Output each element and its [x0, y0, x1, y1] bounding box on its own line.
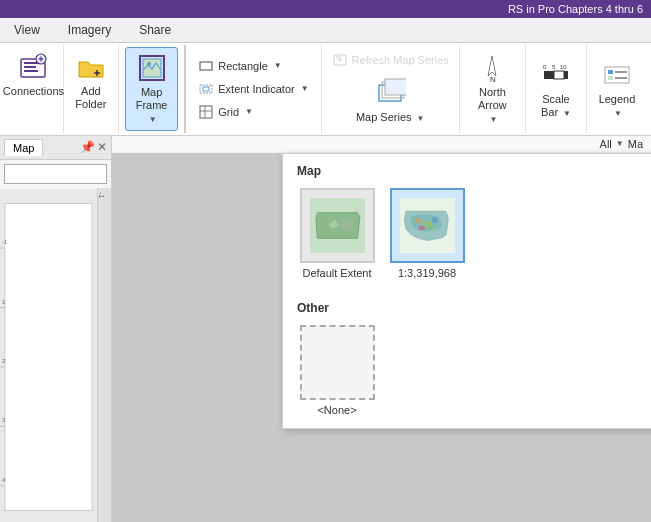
- sidebar-close-icon[interactable]: ✕: [97, 140, 107, 154]
- title-bar: RS in Pro Chapters 4 thru 6: [0, 0, 651, 18]
- svg-rect-38: [5, 203, 92, 510]
- svg-rect-14: [203, 87, 209, 91]
- rectangle-button[interactable]: Rectangle ▼: [194, 56, 312, 76]
- ruler-vertical: -1: [97, 188, 111, 522]
- ribbon-group-legend: Legend ▼: [587, 45, 647, 133]
- map-item-scale[interactable]: 1:3,319,968: [387, 188, 467, 279]
- all-bar: All ▼ Ma: [112, 136, 651, 153]
- map-item-none-label: <None>: [317, 404, 356, 416]
- scale-bar-button[interactable]: 0 5 10 Scale Bar ▼: [530, 55, 582, 123]
- all-dropdown-arrow: ▼: [616, 139, 624, 148]
- map-canvas[interactable]: -1 1 2 3 4: [0, 188, 97, 522]
- svg-point-11: [147, 62, 151, 66]
- svg-text:-1: -1: [2, 239, 7, 245]
- rectangle-dropdown-arrow: ▼: [274, 61, 282, 70]
- svg-rect-32: [605, 67, 629, 83]
- map-item-scale-label: 1:3,319,968: [398, 267, 456, 279]
- ribbon-group-scale-bar: 0 5 10 Scale Bar ▼: [526, 45, 587, 133]
- sidebar-search-input[interactable]: [4, 164, 107, 184]
- grid-icon: [198, 104, 214, 120]
- map-items: Default Extent: [283, 184, 651, 291]
- sidebar-pin-icon[interactable]: 📌: [80, 140, 95, 154]
- map-frame-label: Map Frame ▼: [132, 86, 171, 126]
- tab-imagery[interactable]: Imagery: [54, 18, 125, 42]
- legend-icon: [601, 59, 633, 91]
- north-arrow-button[interactable]: N North Arrow ▼: [466, 48, 519, 130]
- svg-marker-24: [488, 56, 496, 76]
- svg-rect-28: [564, 71, 568, 79]
- connections-button[interactable]: Connections: [0, 47, 70, 102]
- connections-label: Connections: [3, 85, 64, 98]
- svg-rect-51: [414, 218, 420, 222]
- map-frame-icon: [136, 52, 168, 84]
- svg-rect-27: [554, 71, 564, 79]
- ribbon-group-shapes: Rectangle ▼ Extent Indicator ▼ Grid: [186, 45, 321, 133]
- grid-button[interactable]: Grid ▼: [194, 102, 312, 122]
- rectangle-icon: [198, 58, 214, 74]
- section-title-map: Map: [283, 154, 651, 184]
- map-series-button[interactable]: Map Series ▼: [350, 73, 431, 128]
- add-folder-label: Add Folder: [71, 85, 111, 111]
- panel-area: Map 📌 ✕ -1: [0, 136, 651, 522]
- map-tab-label[interactable]: Ma: [628, 138, 643, 150]
- map-item-default-extent[interactable]: Default Extent: [297, 188, 377, 279]
- legend-label: Legend ▼: [597, 93, 637, 119]
- svg-text:10: 10: [560, 64, 567, 70]
- left-sidebar: Map 📌 ✕ -1: [0, 136, 112, 522]
- tab-share[interactable]: Share: [125, 18, 185, 42]
- extent-indicator-button[interactable]: Extent Indicator ▼: [194, 79, 312, 99]
- north-arrow-label: North Arrow ▼: [472, 86, 513, 126]
- north-arrow-dropdown-arrow: ▼: [489, 115, 497, 124]
- ribbon-group-add-folder: Add Folder: [64, 45, 119, 133]
- add-folder-icon: [75, 51, 107, 83]
- other-items: <None>: [283, 321, 651, 428]
- extent-indicator-icon: [198, 81, 214, 97]
- refresh-map-series-icon: [332, 52, 348, 68]
- all-label: All: [600, 138, 612, 150]
- grid-dropdown-arrow: ▼: [245, 107, 253, 116]
- main-content: All ▼ Ma Map: [112, 136, 651, 522]
- scale-bar-dropdown-arrow: ▼: [563, 109, 571, 118]
- svg-rect-15: [200, 106, 212, 118]
- map-item-none[interactable]: <None>: [297, 325, 377, 416]
- ribbon-group-north-arrow: N North Arrow ▼: [460, 45, 526, 133]
- map-item-scale-thumb: [390, 188, 465, 263]
- svg-text:1: 1: [2, 298, 5, 304]
- scale-bar-icon: 0 5 10: [540, 59, 572, 91]
- map-item-default-extent-thumb: [300, 188, 375, 263]
- svg-text:N: N: [490, 75, 496, 84]
- svg-rect-22: [385, 79, 406, 95]
- svg-text:2: 2: [2, 358, 5, 364]
- svg-rect-26: [544, 71, 554, 79]
- section-title-other: Other: [283, 291, 651, 321]
- tab-view[interactable]: View: [0, 18, 54, 42]
- legend-dropdown-arrow: ▼: [614, 109, 622, 118]
- legend-button[interactable]: Legend ▼: [591, 55, 643, 123]
- svg-rect-33: [608, 70, 613, 74]
- map-frame-dropdown-arrow: ▼: [149, 115, 157, 124]
- dropdown-panel: Map Default Exte: [282, 153, 651, 429]
- map-frame-button[interactable]: Map Frame ▼: [125, 47, 178, 131]
- svg-rect-13: [200, 85, 212, 93]
- svg-rect-35: [608, 76, 613, 80]
- refresh-map-series-button[interactable]: Refresh Map Series: [328, 50, 453, 70]
- title-text: RS in Pro Chapters 4 thru 6: [508, 3, 643, 15]
- map-canvas-area: -1 -1 1 2 3 4: [0, 188, 111, 522]
- map-item-none-thumb: [300, 325, 375, 400]
- map-series-icon: [374, 77, 406, 109]
- svg-text:5: 5: [552, 64, 556, 70]
- all-dropdown[interactable]: All ▼: [600, 138, 624, 150]
- ribbon-group-map-frame: Map Frame ▼: [119, 45, 186, 133]
- ribbon-group-map-series: Refresh Map Series Map Series ▼: [322, 45, 460, 133]
- extent-indicator-dropdown-arrow: ▼: [301, 84, 309, 93]
- north-arrow-icon: N: [476, 52, 508, 84]
- svg-rect-53: [432, 217, 437, 223]
- tab-bar: View Imagery Share: [0, 18, 651, 43]
- svg-text:0: 0: [543, 64, 547, 70]
- connections-icon: [17, 51, 49, 83]
- add-folder-button[interactable]: Add Folder: [65, 47, 117, 115]
- background-map: Map Default Exte: [112, 153, 651, 522]
- sidebar-tab-map[interactable]: Map: [4, 139, 43, 156]
- sidebar-header: Map 📌 ✕: [0, 136, 111, 160]
- map-item-default-extent-label: Default Extent: [302, 267, 371, 279]
